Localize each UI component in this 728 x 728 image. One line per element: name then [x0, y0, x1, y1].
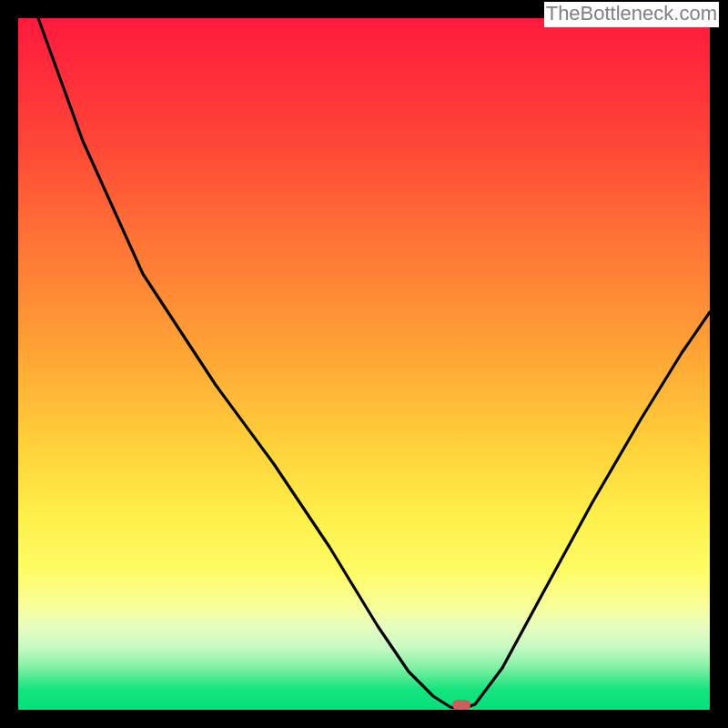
- curve-svg: [18, 18, 710, 710]
- optimal-marker: [452, 700, 470, 710]
- plot-area: [18, 18, 710, 710]
- watermark-text: TheBottleneck.com: [544, 2, 719, 27]
- chart-container: TheBottleneck.com: [0, 0, 728, 728]
- bottleneck-curve-path: [38, 18, 710, 709]
